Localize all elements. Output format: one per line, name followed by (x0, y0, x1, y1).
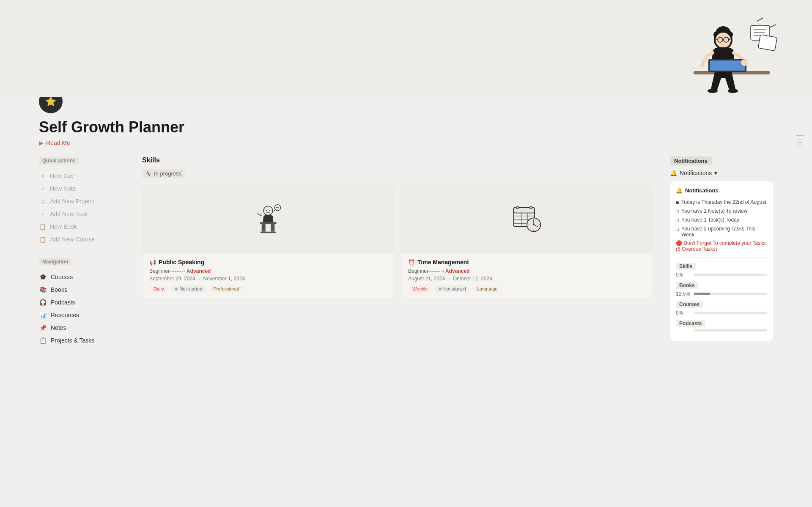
skills-cards-grid: 📢 Public Speaking Beginner-------→Advanc… (142, 185, 653, 299)
podcasts-icon: 🎧 (39, 299, 47, 306)
card-dates-public-speaking: September 29, 2024 → November 1, 2024 (149, 276, 387, 282)
svg-point-31 (276, 207, 277, 208)
level-sep: -------→ (170, 268, 187, 274)
card-dates-time-management: August 21, 2024 → October 12, 2024 (408, 276, 646, 282)
add-task-button[interactable]: ✓ Add New Task (39, 208, 122, 220)
read-me-toggle[interactable]: ▶ Read Me (39, 140, 773, 146)
chart-icon (145, 171, 151, 177)
svg-point-25 (269, 210, 270, 211)
card-body-public-speaking: 📢 Public Speaking Beginner-------→Advanc… (143, 253, 394, 299)
stat-label-skills: Skills (676, 263, 696, 270)
filter-label: In progress (154, 170, 181, 177)
skills-title: Skills (142, 156, 160, 164)
stat-label-podcasts: Podcasts (676, 320, 705, 327)
notif-item-4: □ You have 2 upcoming Tasks This Week (676, 225, 767, 239)
card-title-text-2: Time Management (417, 259, 469, 266)
add-course-button[interactable]: 📋 Add New Course (39, 233, 122, 246)
right-scrollbar (796, 135, 804, 146)
add-course-icon: 📋 (39, 236, 47, 243)
card-level-time-management: Beginner-------→Advanced (408, 268, 646, 274)
level-sep-2: -------→ (428, 268, 445, 274)
stat-bar-bg-courses (694, 312, 767, 314)
navigation-section: Navigation 🎓 Courses 📚 Books 🎧 Podcasts … (39, 258, 122, 347)
level-from: Beginner (149, 268, 170, 274)
notif-bullet-1: ■ (676, 200, 679, 206)
sidebar-item-courses[interactable]: 🎓 Courses (39, 271, 122, 283)
courses-icon: 🎓 (39, 273, 47, 281)
new-note-icon: ✓ (39, 185, 47, 192)
sidebar-item-notes[interactable]: 📌 Notes (39, 321, 122, 334)
notifications-dropdown-label: Notifications (680, 170, 712, 176)
new-day-label: New Day (50, 173, 74, 179)
stat-bar-bg-books (694, 293, 767, 295)
svg-line-1 (770, 25, 776, 27)
time-management-illustration (508, 200, 546, 238)
notif-item-2: □ You have 1 Note(s) To review (676, 207, 767, 216)
svg-line-34 (257, 214, 262, 216)
filter-badge[interactable]: In progress (142, 169, 185, 178)
projects-tasks-icon: 📋 (39, 337, 47, 344)
add-project-label: Add New Project (50, 198, 94, 205)
notif-bullet-4: □ (676, 226, 679, 232)
svg-point-21 (728, 89, 738, 93)
level-to-2: Advanced (445, 268, 469, 274)
stat-bar-bg-skills (694, 274, 767, 276)
sidebar-item-resources[interactable]: 📊 Resources (39, 309, 122, 321)
new-day-button[interactable]: ☀ New Day (39, 170, 122, 182)
svg-rect-28 (271, 224, 274, 232)
stat-courses: Courses 0% (676, 300, 767, 316)
divider-1 (676, 258, 767, 258)
notifications-dropdown[interactable]: 🔔 Notifications ▾ (670, 170, 773, 176)
stat-row-courses: 0% (676, 310, 767, 316)
tag-status-not-started: Not started (170, 285, 206, 293)
stat-row-books: 12.5% (676, 291, 767, 297)
stat-percent-books: 12.5% (676, 291, 691, 297)
main-content: Quick actions ☀ New Day ✓ New Note 🗂 Add… (0, 156, 812, 355)
podcasts-label: Podcasts (51, 299, 75, 306)
stat-bar-bg-podcasts (694, 329, 767, 332)
stat-row-skills: 0% (676, 272, 767, 278)
sidebar-item-projects-tasks[interactable]: 📋 Projects & Tasks (39, 334, 122, 347)
scroll-line-3 (797, 142, 802, 143)
notifications-panel-title: 🔔 Notifications (676, 187, 767, 194)
svg-point-44 (529, 206, 532, 208)
stats-section: Skills 0% Books 12.5% (676, 262, 767, 332)
svg-point-33 (278, 207, 279, 208)
scroll-line-2 (797, 139, 802, 140)
clock-icon: ⏰ (408, 259, 415, 266)
level-to: Advanced (187, 268, 211, 274)
svg-point-24 (266, 210, 267, 211)
add-course-label: Add New Course (50, 236, 95, 243)
quick-actions-section: Quick actions ☀ New Day ✓ New Note 🗂 Add… (39, 156, 122, 246)
notif-item-1: ■ Today is Thursday the 22nd of August (676, 198, 767, 207)
new-book-icon: 📋 (39, 223, 47, 230)
svg-rect-29 (261, 232, 276, 233)
add-project-button[interactable]: 🗂 Add New Project (39, 195, 122, 208)
page-title: Self Growth Planner (39, 118, 773, 136)
sidebar-item-podcasts[interactable]: 🎧 Podcasts (39, 296, 122, 309)
new-book-button[interactable]: 📋 New Book (39, 220, 122, 233)
new-note-button[interactable]: ✓ New Note (39, 182, 122, 195)
skill-card-public-speaking: 📢 Public Speaking Beginner-------→Advanc… (142, 185, 394, 299)
notif-bullet-2: □ (676, 208, 679, 214)
skill-card-time-management: ⏰ Time Management Beginner-------→Advanc… (401, 185, 653, 299)
quick-actions-label: Quick actions (39, 157, 79, 164)
notes-label: Notes (51, 324, 66, 331)
tag-daily: Daily (149, 285, 168, 293)
center-content: Skills In progress (132, 156, 663, 355)
read-me-label: Read Me (46, 140, 70, 146)
card-title-text: Public Speaking (159, 259, 204, 266)
svg-rect-19 (710, 60, 745, 71)
svg-point-23 (263, 206, 273, 215)
scroll-line-1 (796, 135, 804, 136)
header-illustration (685, 17, 778, 93)
notes-icon: 📌 (39, 324, 47, 332)
read-me-arrow: ▶ (39, 140, 44, 146)
card-image-public-speaking (143, 185, 394, 253)
sidebar-item-books[interactable]: 📚 Books (39, 283, 122, 296)
chevron-down-icon: ▾ (714, 170, 717, 176)
svg-point-22 (741, 59, 748, 66)
books-icon: 📚 (39, 286, 47, 293)
svg-point-20 (708, 89, 718, 93)
page-wrapper: Self Growth Planner ▶ Read Me Quick acti… (0, 0, 812, 507)
